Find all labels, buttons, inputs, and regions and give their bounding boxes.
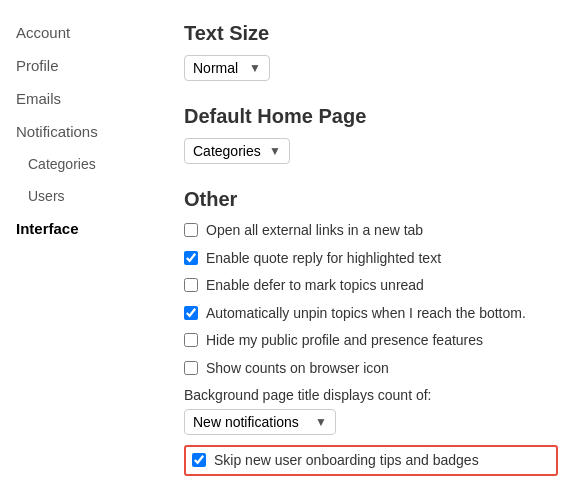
sidebar-item-interface[interactable]: Interface (0, 212, 160, 245)
home-page-select[interactable]: Latest Categories Top Unread New (193, 143, 265, 159)
skip-onboarding-label: Skip new user onboarding tips and badges (214, 451, 479, 471)
hide-profile-checkbox[interactable] (184, 333, 198, 347)
home-page-dropdown-arrow: ▼ (269, 144, 281, 158)
browser-icon-checkbox[interactable] (184, 361, 198, 375)
sidebar-item-notifications[interactable]: Notifications (0, 115, 160, 148)
text-size-section: Text Size Smaller Normal Larger ▼ (184, 22, 562, 99)
defer-unread-label: Enable defer to mark topics unread (206, 276, 424, 296)
home-page-select-wrapper[interactable]: Latest Categories Top Unread New ▼ (184, 138, 290, 164)
checkbox-hide-profile: Hide my public profile and presence feat… (184, 331, 562, 351)
default-home-page-section: Default Home Page Latest Categories Top … (184, 105, 562, 182)
skip-onboarding-checkbox[interactable] (192, 453, 206, 467)
checkbox-auto-unpin: Automatically unpin topics when I reach … (184, 304, 562, 324)
defer-unread-checkbox[interactable] (184, 278, 198, 292)
hide-profile-label: Hide my public profile and presence feat… (206, 331, 483, 351)
text-size-select-wrapper[interactable]: Smaller Normal Larger ▼ (184, 55, 270, 81)
sidebar-item-categories[interactable]: Categories (0, 148, 160, 180)
bg-count-select-wrapper[interactable]: New notifications Unread messages Nothin… (184, 409, 336, 435)
sidebar: Account Profile Emails Notifications Cat… (0, 0, 160, 500)
other-title: Other (184, 188, 562, 211)
text-size-title: Text Size (184, 22, 562, 45)
sidebar-item-profile[interactable]: Profile (0, 49, 160, 82)
other-section: Other Open all external links in a new t… (184, 188, 562, 476)
checkbox-ext-links: Open all external links in a new tab (184, 221, 562, 241)
checkbox-defer-unread: Enable defer to mark topics unread (184, 276, 562, 296)
bg-title-label: Background page title displays count of: (184, 387, 562, 403)
sidebar-item-emails[interactable]: Emails (0, 82, 160, 115)
bg-count-dropdown-arrow: ▼ (315, 415, 327, 429)
sidebar-item-users[interactable]: Users (0, 180, 160, 212)
main-content: Text Size Smaller Normal Larger ▼ Defaul… (160, 0, 586, 500)
text-size-dropdown-arrow: ▼ (249, 61, 261, 75)
ext-links-label: Open all external links in a new tab (206, 221, 423, 241)
quote-reply-checkbox[interactable] (184, 251, 198, 265)
default-home-page-title: Default Home Page (184, 105, 562, 128)
sidebar-item-account[interactable]: Account (0, 16, 160, 49)
bg-count-select[interactable]: New notifications Unread messages Nothin… (193, 414, 311, 430)
quote-reply-label: Enable quote reply for highlighted text (206, 249, 441, 269)
checkbox-quote-reply: Enable quote reply for highlighted text (184, 249, 562, 269)
auto-unpin-label: Automatically unpin topics when I reach … (206, 304, 526, 324)
text-size-select[interactable]: Smaller Normal Larger (193, 60, 245, 76)
browser-icon-label: Show counts on browser icon (206, 359, 389, 379)
checkbox-skip-onboarding-row: Skip new user onboarding tips and badges (184, 445, 558, 477)
auto-unpin-checkbox[interactable] (184, 306, 198, 320)
ext-links-checkbox[interactable] (184, 223, 198, 237)
checkbox-browser-icon: Show counts on browser icon (184, 359, 562, 379)
